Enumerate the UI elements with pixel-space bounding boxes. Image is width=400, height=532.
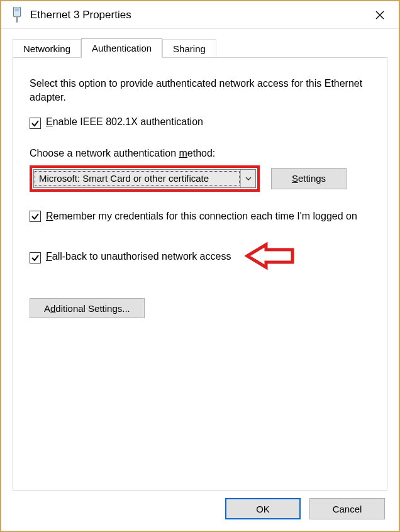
close-icon xyxy=(375,11,384,19)
enable-8021x-label: Enable IEEE 802.1X authentication xyxy=(46,116,203,128)
ethernet-icon xyxy=(11,8,23,23)
settings-button[interactable]: Settings xyxy=(271,168,347,189)
remember-block: Remember my credentials for this connect… xyxy=(30,209,370,273)
tab-sharing[interactable]: Sharing xyxy=(162,39,216,58)
close-button[interactable] xyxy=(367,5,392,25)
arrow-annotation-icon xyxy=(245,241,295,273)
auth-method-dropdown[interactable]: Microsoft: Smart Card or other certifica… xyxy=(33,169,256,188)
remember-credentials-checkbox[interactable] xyxy=(30,211,41,222)
additional-settings-button[interactable]: Additional Settings... xyxy=(30,298,145,318)
enable-8021x-row: Enable IEEE 802.1X authentication xyxy=(30,116,370,129)
checkmark-icon xyxy=(31,253,40,262)
tab-networking[interactable]: Networking xyxy=(13,39,81,58)
auth-method-label: Choose a network authentication method: xyxy=(30,148,370,159)
fallback-check-row: Fall-back to unauthorised network access xyxy=(30,251,231,263)
dialog-button-bar: OK Cancel xyxy=(1,490,399,531)
fallback-label: Fall-back to unauthorised network access xyxy=(46,251,231,262)
cancel-button[interactable]: Cancel xyxy=(309,498,385,519)
fallback-checkbox[interactable] xyxy=(30,252,41,263)
svg-marker-5 xyxy=(247,245,292,267)
ok-button[interactable]: OK xyxy=(225,498,301,519)
tab-authentication[interactable]: Authentication xyxy=(81,38,162,58)
titlebar: Ethernet 3 Properties xyxy=(1,1,399,29)
checkmark-icon xyxy=(31,212,40,221)
remember-credentials-row: Remember my credentials for this connect… xyxy=(30,209,370,223)
auth-method-selected: Microsoft: Smart Card or other certifica… xyxy=(35,171,240,186)
checkmark-icon xyxy=(31,119,40,128)
properties-dialog: Ethernet 3 Properties Networking Authent… xyxy=(0,0,400,532)
svg-rect-1 xyxy=(15,8,19,11)
panel-description: Select this option to provide authentica… xyxy=(30,77,370,105)
chevron-down-icon xyxy=(240,170,255,187)
tab-panel-authentication: Select this option to provide authentica… xyxy=(13,57,387,490)
auth-method-highlight: Microsoft: Smart Card or other certifica… xyxy=(30,165,260,192)
fallback-row: Fall-back to unauthorised network access xyxy=(30,241,370,273)
enable-8021x-checkbox[interactable] xyxy=(30,118,41,129)
window-title: Ethernet 3 Properties xyxy=(30,9,367,21)
remember-credentials-label: Remember my credentials for this connect… xyxy=(46,209,357,223)
auth-method-row: Microsoft: Smart Card or other certifica… xyxy=(30,165,370,192)
tab-bar: Networking Authentication Sharing xyxy=(1,29,399,57)
